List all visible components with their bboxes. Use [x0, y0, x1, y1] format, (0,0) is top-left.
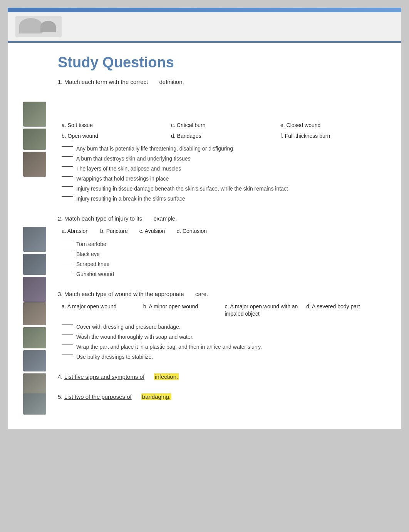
q1-line-3: The layers of the skin, adipose and musc… — [62, 166, 382, 172]
term-e-label: e. — [280, 122, 285, 128]
q4-intro-text: List five signs and symptoms of — [64, 373, 146, 380]
q2-line-2: Black eye — [62, 251, 382, 257]
q2-line-4: Gunshot wound — [62, 271, 382, 277]
term-e: e. Closed wound — [280, 122, 382, 129]
q2-label: 2. — [58, 215, 63, 222]
term-e-text: Closed wound — [287, 122, 321, 128]
q3-term-c-text: A major open wound with an impaled objec… — [225, 303, 298, 317]
q2-term-c-label: c. — [139, 228, 144, 234]
q1-line-4: Wrappings that hold dressings in place — [62, 176, 382, 182]
q1-img-1 — [23, 102, 46, 127]
q3-term-b: b. A minor open wound — [143, 303, 219, 318]
term-b-label: b. — [62, 133, 66, 139]
q1-img-3 — [23, 152, 46, 177]
q2-text-2: Black eye — [76, 251, 100, 257]
q3-blank-4[interactable] — [62, 355, 73, 355]
q2-line-1: Torn earlobe — [62, 241, 382, 247]
q2-terms-row: a. Abrasion b. Puncture c. Avulsion d. C… — [62, 228, 382, 235]
q3-match-lines: Cover with dressing and pressure bandage… — [62, 324, 382, 360]
q3-intro2: care. — [195, 291, 208, 297]
q1-text-1: Any burn that is potentially life threat… — [76, 146, 233, 152]
q1-blank-4[interactable] — [62, 176, 73, 177]
q5-intro: 5. List two of the purposes of bandaging… — [58, 393, 382, 400]
q3-blank-2[interactable] — [62, 335, 73, 335]
q3-term-a-text: A major open wound — [67, 303, 117, 309]
q2-blank-1[interactable] — [62, 242, 73, 242]
q2-term-b: b. Puncture — [100, 228, 128, 235]
q2-intro: 2. Match each type of injury to its exam… — [58, 215, 382, 222]
q3-text-1: Cover with dressing and pressure bandage… — [76, 324, 181, 330]
q1-text-4: Wrappings that hold dressings in place — [76, 176, 169, 182]
q1-line-1: Any burn that is potentially life threat… — [62, 146, 382, 152]
q1-intro2: definition. — [159, 79, 184, 85]
q1-text-5: Injury resulting in tissue damage beneat… — [76, 186, 288, 192]
top-bar — [8, 8, 401, 12]
q5-img-1 — [23, 393, 46, 415]
q1-text-6: Injury resulting in a break in the skin'… — [76, 196, 185, 202]
q2-term-b-label: b. — [100, 228, 105, 234]
header-area — [8, 12, 401, 43]
q2-term-a-text: Abrasion — [67, 228, 89, 234]
page-container: Study Questions 1. Match each term with … — [8, 8, 401, 429]
term-c-label: c. — [171, 122, 175, 128]
q2-term-d-text: Contusion — [183, 228, 207, 234]
q1-line-6: Injury resulting in a break in the skin'… — [62, 196, 382, 202]
q3-line-3: Wrap the part and place it in a plastic … — [62, 344, 382, 350]
term-b: b. Open wound — [62, 132, 163, 140]
q2-term-b-text: Puncture — [106, 228, 128, 234]
term-f-text: Full-thickness burn — [285, 133, 330, 139]
q2-term-d: d. Contusion — [176, 228, 207, 235]
q2-term-c: c. Avulsion — [139, 228, 165, 235]
q4-img-1 — [23, 373, 46, 395]
q2-img-2 — [23, 254, 46, 275]
term-c: c. Critical burn — [171, 122, 273, 129]
term-b-text: Open wound — [68, 133, 98, 139]
q3-img-2 — [23, 327, 46, 348]
term-c-text: Critical burn — [177, 122, 206, 128]
question-4: 4. List five signs and symptoms of infec… — [58, 373, 382, 380]
term-a: a. Soft tissue — [62, 122, 163, 129]
question-3: 3. Match each type of wound with the app… — [58, 291, 382, 360]
q2-term-a: a. Abrasion — [62, 228, 89, 235]
q1-match-lines: Any burn that is potentially life threat… — [62, 146, 382, 202]
q3-text-3: Wrap the part and place it in a plastic … — [76, 344, 262, 350]
q3-terms-grid: a. A major open wound b. A minor open wo… — [62, 303, 382, 318]
main-content: Study Questions 1. Match each term with … — [8, 43, 401, 429]
q4-highlight: infection. — [154, 373, 179, 380]
term-d-text: Bandages — [177, 133, 201, 139]
q1-label: 1. — [58, 79, 63, 85]
term-d-label: d. — [171, 133, 176, 139]
q5-underlined: List two of the purposes of — [64, 393, 132, 400]
q1-blank-6[interactable] — [62, 196, 73, 197]
term-a-label: a. — [62, 122, 66, 128]
q3-line-2: Wash the wound thoroughly with soap and … — [62, 334, 382, 340]
q4-intro: 4. List five signs and symptoms of infec… — [58, 373, 382, 380]
q1-img-2 — [23, 129, 46, 150]
q3-blank-1[interactable] — [62, 325, 73, 325]
q1-blank-3[interactable] — [62, 166, 73, 167]
q3-img-1 — [23, 302, 46, 325]
q2-img-3 — [23, 277, 46, 302]
q1-blank-2[interactable] — [62, 156, 73, 157]
page-title: Study Questions — [58, 54, 382, 71]
q2-blank-2[interactable] — [62, 252, 73, 252]
q3-term-a: a. A major open wound — [62, 303, 137, 318]
q1-blank-1[interactable] — [62, 146, 73, 147]
q5-label: 5. — [58, 393, 63, 400]
question-1: 1. Match each term with the correct defi… — [58, 79, 382, 202]
q3-text-2: Wash the wound thoroughly with soap and … — [76, 334, 194, 340]
q3-blank-3[interactable] — [62, 345, 73, 345]
q3-term-d-text: A severed body part — [312, 303, 360, 309]
q2-blank-4[interactable] — [62, 272, 73, 272]
q2-term-d-label: d. — [176, 228, 181, 234]
q3-term-d-label: d. — [306, 303, 311, 309]
q1-line-2: A burn that destroys skin and underlying… — [62, 156, 382, 162]
term-f: f. Full-thickness burn — [280, 132, 382, 140]
q4-side-images — [23, 373, 46, 395]
logo — [15, 16, 62, 37]
q3-intro-text: Match each type of wound with the approp… — [64, 291, 184, 297]
q1-blank-5[interactable] — [62, 186, 73, 187]
q2-intro-text: Match each type of injury to its — [64, 215, 142, 222]
term-a-text: Soft tissue — [68, 122, 93, 128]
q2-blank-3[interactable] — [62, 262, 73, 262]
